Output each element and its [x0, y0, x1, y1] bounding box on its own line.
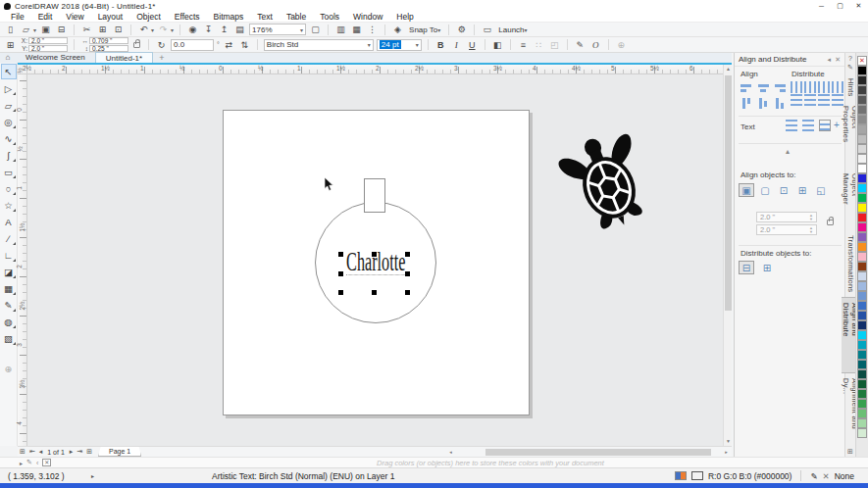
- distribute-to-extent-of-page-button[interactable]: ⊞: [759, 261, 775, 274]
- quick-customize-icon[interactable]: ⊞: [847, 448, 853, 457]
- text-tool[interactable]: A: [1, 214, 17, 229]
- rectangle-object[interactable]: [364, 178, 385, 213]
- interactive-opentype-icon[interactable]: O: [589, 38, 602, 51]
- statusbar-flyout-icon[interactable]: ▸: [91, 472, 94, 479]
- x-spinner-icon[interactable]: ▲▼: [809, 214, 813, 221]
- align-y-field[interactable]: 2.0 " ▲▼: [756, 224, 817, 235]
- align-to-specified-point-button[interactable]: ◱: [813, 183, 829, 197]
- align-right-button[interactable]: [772, 80, 788, 95]
- align-lock-icon[interactable]: [827, 220, 834, 225]
- zoom-level-combo[interactable]: 176% ▾: [249, 24, 306, 35]
- palette-color-swatch[interactable]: [857, 75, 867, 85]
- menu-layout[interactable]: Layout: [91, 12, 130, 22]
- docker-tab-transformations[interactable]: Transformations: [846, 230, 855, 297]
- menu-effects[interactable]: Effects: [168, 12, 207, 22]
- mirror-horizontal-icon[interactable]: ⇄: [223, 38, 235, 51]
- palette-color-swatch[interactable]: [857, 95, 867, 105]
- snap-icon[interactable]: ◈: [391, 24, 404, 36]
- palette-color-swatch[interactable]: [857, 66, 867, 75]
- menu-window[interactable]: Window: [346, 12, 389, 22]
- minimize-button[interactable]: ─: [812, 0, 831, 12]
- snap-to-button[interactable]: Snap To ▾: [407, 25, 442, 34]
- zoom-tool[interactable]: ◎: [1, 114, 17, 129]
- palette-no-color-swatch[interactable]: ✕: [857, 56, 867, 66]
- selection-handle[interactable]: [372, 252, 377, 257]
- page-1-tab[interactable]: Page 1: [98, 447, 141, 457]
- artistic-media-tool[interactable]: ʃ: [1, 147, 17, 163]
- close-button[interactable]: ✕: [849, 0, 868, 12]
- drawing-canvas[interactable]: Charlotte: [27, 74, 723, 446]
- menu-tools[interactable]: Tools: [313, 12, 346, 22]
- fullscreen-preview-icon[interactable]: ▢: [309, 24, 322, 36]
- palette-color-swatch[interactable]: [857, 144, 867, 154]
- paste-icon[interactable]: ⊡: [112, 24, 125, 36]
- vertical-scroll-thumb[interactable]: [725, 75, 732, 311]
- distribute-to-extent-of-selection-button[interactable]: ⊟: [739, 261, 754, 274]
- rotation-angle-field[interactable]: 0.0: [171, 39, 214, 51]
- palette-color-swatch[interactable]: [857, 124, 867, 134]
- new-tab-button[interactable]: +: [153, 53, 170, 63]
- crop-tool[interactable]: ▱: [1, 97, 17, 113]
- scroll-down-icon[interactable]: ▼: [724, 437, 733, 446]
- distribute-spacing-h-button[interactable]: [818, 81, 830, 93]
- palette-color-swatch[interactable]: [857, 379, 867, 389]
- import-icon[interactable]: ↧: [202, 24, 215, 36]
- show-rulers-icon[interactable]: ▥: [334, 24, 347, 36]
- menu-table[interactable]: Table: [280, 12, 313, 22]
- selection-handle[interactable]: [338, 252, 343, 257]
- palette-color-swatch[interactable]: [857, 311, 867, 320]
- palette-color-swatch[interactable]: [857, 173, 867, 183]
- palette-color-swatch[interactable]: [857, 291, 867, 301]
- maximize-button[interactable]: ▢: [831, 0, 849, 12]
- tab-welcome-screen[interactable]: Welcome Screen: [16, 52, 95, 63]
- palette-color-swatch[interactable]: [857, 85, 867, 95]
- palette-color-swatch[interactable]: [857, 262, 867, 271]
- quick-customize-icon[interactable]: ⊕: [615, 38, 628, 51]
- menu-help[interactable]: Help: [389, 12, 420, 22]
- palette-color-swatch[interactable]: [857, 350, 867, 360]
- palette-color-swatch[interactable]: [857, 409, 867, 418]
- scroll-right-icon[interactable]: ▸: [722, 448, 731, 457]
- distribute-center-v-button[interactable]: [804, 94, 816, 106]
- show-guidelines-icon[interactable]: ⋮: [366, 24, 379, 36]
- align-center-horizontally-button[interactable]: [755, 80, 771, 95]
- collapse-section-icon[interactable]: ▴: [786, 147, 790, 156]
- distribute-top-button[interactable]: [791, 94, 802, 106]
- cut-icon[interactable]: ✂: [80, 24, 93, 36]
- bold-button[interactable]: B: [434, 40, 447, 50]
- selection-handle[interactable]: [372, 290, 377, 295]
- y-position-field[interactable]: 2.0 ": [28, 45, 68, 52]
- more-tools[interactable]: ⊕: [1, 361, 17, 376]
- home-tab-icon[interactable]: ⌂: [0, 53, 16, 63]
- new-document-icon[interactable]: ▯: [4, 24, 17, 36]
- palette-color-swatch[interactable]: [857, 301, 867, 311]
- docpal-scroll-left-icon[interactable]: ‹: [36, 460, 38, 466]
- scroll-left-icon[interactable]: ◂: [446, 448, 455, 457]
- document-color-settings-icon[interactable]: [675, 471, 687, 480]
- palette-color-swatch[interactable]: [857, 105, 867, 115]
- palette-color-swatch[interactable]: [857, 389, 867, 399]
- selection-handle[interactable]: [405, 290, 410, 295]
- align-bottom-button[interactable]: [772, 96, 788, 111]
- menu-text[interactable]: Text: [250, 12, 280, 22]
- align-center-vertically-button[interactable]: [755, 96, 771, 111]
- pick-tool[interactable]: ↖: [1, 64, 17, 79]
- rectangle-tool[interactable]: ▭: [1, 164, 17, 179]
- palette-color-swatch[interactable]: [857, 369, 867, 379]
- publish-pdf-icon[interactable]: ▤: [233, 24, 246, 36]
- menu-edit[interactable]: Edit: [31, 12, 60, 22]
- pick-point-icon[interactable]: +: [834, 120, 840, 130]
- vertical-scrollbar[interactable]: ▲ ▼: [723, 65, 732, 446]
- docker-tab-hints[interactable]: Hints: [846, 73, 855, 102]
- align-text-first-baseline-button[interactable]: [786, 120, 797, 131]
- print-icon[interactable]: ⊟: [55, 24, 68, 36]
- fill-color-swatch[interactable]: [691, 471, 703, 480]
- palette-color-swatch[interactable]: [857, 213, 867, 222]
- horizontal-ruler[interactable]: 2½21½1½0½11½22½33½44½55½6: [27, 65, 723, 74]
- align-to-grid-button[interactable]: ⊞: [794, 183, 810, 197]
- drop-cap-icon[interactable]: ◰: [548, 38, 561, 51]
- search-content-icon[interactable]: ◉: [186, 24, 199, 36]
- object-height-field[interactable]: 0.25 ": [89, 45, 128, 52]
- selection-handle[interactable]: [338, 271, 343, 276]
- next-page-button[interactable]: ▸: [68, 448, 76, 456]
